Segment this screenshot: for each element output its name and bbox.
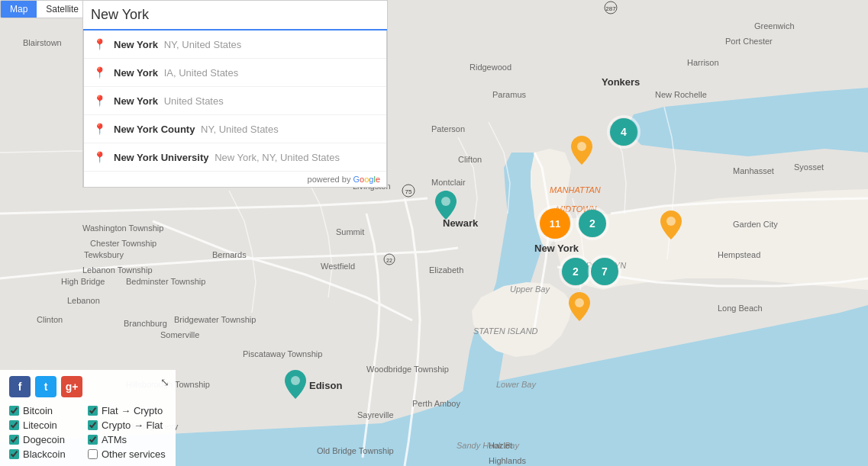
- pin-marker-teal-2[interactable]: [285, 370, 306, 402]
- search-input[interactable]: [91, 7, 379, 23]
- filter-atms-label: ATMs: [102, 434, 127, 445]
- filter-other-services[interactable]: Other services: [88, 448, 166, 460]
- cluster-marker-teal-2-midtown[interactable]: 2: [579, 210, 606, 237]
- location-pin-icon: 📍: [93, 66, 106, 79]
- filter-blackcoin-label: Blackcoin: [23, 448, 66, 460]
- filter-other-services-label: Other services: [102, 448, 166, 460]
- cluster-marker-teal-4[interactable]: 4: [610, 118, 637, 146]
- suggestion-item[interactable]: 📍 New York University New York, NY, Unit…: [84, 143, 386, 172]
- filter-grid: Bitcoin Flat → Crypto Litecoin Crypto → …: [9, 405, 166, 460]
- pin-marker-gold-3[interactable]: [569, 292, 590, 324]
- svg-point-11: [291, 376, 300, 385]
- filter-litecoin-checkbox[interactable]: [9, 420, 19, 430]
- suggestion-sub: NY, United States: [198, 124, 278, 135]
- filter-blackcoin[interactable]: Blackcoin: [9, 448, 88, 460]
- social-buttons: f t g+ ⤡: [9, 376, 166, 397]
- filter-atms[interactable]: ATMs: [88, 434, 166, 445]
- filter-bitcoin-label: Bitcoin: [23, 405, 53, 416]
- suggestion-item[interactable]: 📍 New York NY, United States: [84, 31, 386, 59]
- pin-marker-gold-1[interactable]: [571, 136, 592, 168]
- filter-other-services-checkbox[interactable]: [88, 449, 98, 459]
- cluster-marker-orange-11[interactable]: 11: [540, 208, 570, 239]
- location-pin-icon: 📍: [93, 38, 106, 50]
- expand-button[interactable]: ⤡: [160, 376, 169, 388]
- svg-point-7: [577, 142, 586, 151]
- search-dropdown: 📍 New York NY, United States 📍 New York …: [83, 31, 387, 188]
- pin-marker-gold-2[interactable]: [660, 211, 682, 243]
- suggestion-item[interactable]: 📍 New York County NY, United States: [84, 115, 386, 143]
- filter-flat-crypto-label: Flat → Crypto: [102, 405, 163, 416]
- cluster-marker-teal-2-brooklyn[interactable]: 2: [562, 258, 589, 285]
- search-container: 📍 New York NY, United States 📍 New York …: [82, 0, 388, 188]
- suggestion-main: New York: [114, 39, 158, 50]
- svg-text:287: 287: [605, 5, 616, 12]
- suggestion-main: New York County: [114, 124, 195, 135]
- filter-flat-crypto-checkbox[interactable]: [88, 406, 98, 416]
- facebook-button[interactable]: f: [9, 376, 31, 397]
- filter-crypto-flat-checkbox[interactable]: [88, 420, 98, 430]
- cluster-marker-teal-7-brooklyn[interactable]: 7: [591, 258, 618, 285]
- suggestion-main: New York: [114, 95, 158, 107]
- filter-dogecoin[interactable]: Dogecoin: [9, 434, 88, 445]
- pin-marker-teal-1[interactable]: [435, 191, 457, 223]
- filter-blackcoin-checkbox[interactable]: [9, 449, 19, 459]
- suggestion-sub: NY, United States: [161, 39, 241, 50]
- svg-point-9: [666, 217, 676, 226]
- google-plus-button[interactable]: g+: [61, 376, 82, 397]
- filter-litecoin[interactable]: Litecoin: [9, 419, 88, 431]
- svg-text:75: 75: [405, 188, 412, 195]
- location-pin-icon: 📍: [93, 123, 106, 135]
- powered-by: powered by Google: [84, 172, 386, 187]
- suggestion-sub: United States: [161, 95, 224, 107]
- svg-point-10: [575, 298, 584, 307]
- filter-atms-checkbox[interactable]: [88, 435, 98, 445]
- suggestion-main: New York: [114, 67, 158, 79]
- map-container: 287 75 22 Map Satellite 📍 New York NY, U…: [0, 0, 868, 466]
- suggestion-main: New York University: [114, 152, 209, 163]
- suggestion-sub: IA, United States: [161, 67, 238, 79]
- filter-flat-crypto[interactable]: Flat → Crypto: [88, 405, 166, 416]
- svg-point-8: [441, 197, 450, 206]
- filter-litecoin-label: Litecoin: [23, 419, 57, 431]
- location-pin-icon: 📍: [93, 151, 106, 163]
- suggestion-item[interactable]: 📍 New York IA, United States: [84, 59, 386, 87]
- suggestion-item[interactable]: 📍 New York United States: [84, 87, 386, 115]
- map-type-controls: Map Satellite: [0, 0, 89, 18]
- legend-panel: f t g+ ⤡ Bitcoin Flat → Crypto Litecoin …: [0, 370, 176, 466]
- filter-bitcoin[interactable]: Bitcoin: [9, 405, 88, 416]
- filter-bitcoin-checkbox[interactable]: [9, 406, 19, 416]
- location-pin-icon: 📍: [93, 95, 106, 107]
- twitter-button[interactable]: t: [35, 376, 56, 397]
- filter-dogecoin-checkbox[interactable]: [9, 435, 19, 445]
- tab-satellite[interactable]: Satellite: [37, 1, 88, 18]
- filter-dogecoin-label: Dogecoin: [23, 434, 65, 445]
- suggestion-sub: New York, NY, United States: [212, 152, 340, 163]
- filter-crypto-flat-label: Crypto → Flat: [102, 419, 163, 431]
- filter-crypto-flat[interactable]: Crypto → Flat: [88, 419, 166, 431]
- svg-text:22: 22: [386, 258, 392, 263]
- tab-map[interactable]: Map: [1, 1, 37, 18]
